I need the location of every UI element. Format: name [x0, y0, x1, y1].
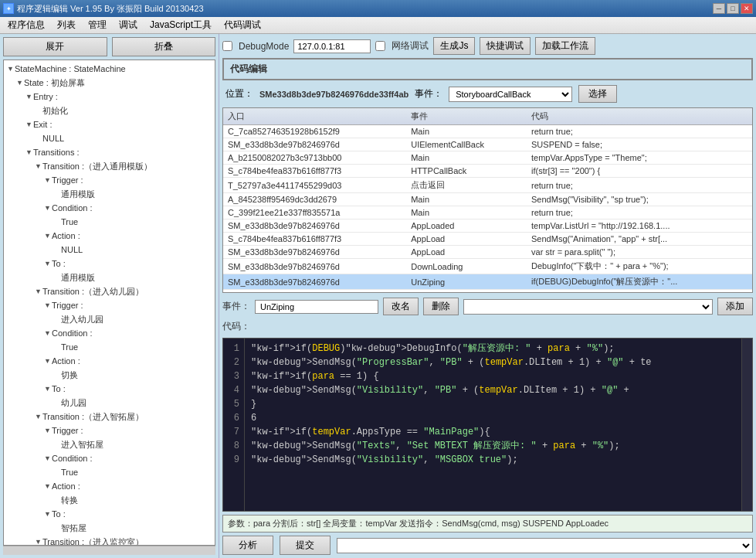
tree-node[interactable]: ▼Action :: [5, 229, 213, 243]
collapse-button[interactable]: 折叠: [112, 37, 216, 56]
code-scrollbar[interactable]: [741, 339, 752, 511]
table-row[interactable]: A_b2150082027b3c9713bb00MaintempVar.Apps…: [223, 151, 752, 165]
table-row[interactable]: T_52797a3e44117455299d03点击返回return true;: [223, 178, 752, 193]
line-number: 6: [228, 411, 239, 425]
table-row[interactable]: S_c784be4fea837b616ff877f3AppLoadSendMsg…: [223, 233, 752, 246]
menu-item-调试[interactable]: 调试: [113, 17, 144, 33]
menu-item-列表[interactable]: 列表: [51, 17, 82, 33]
tree-node[interactable]: ▼Transition :（进入通用模版）: [5, 159, 213, 173]
table-row[interactable]: SM_e33d8b3de97b8246976dDownLoadingDebugI…: [223, 259, 752, 274]
tree-node[interactable]: ▼Transition :（进入智拓屋）: [5, 410, 213, 424]
tree-node[interactable]: ▼Trigger :: [5, 424, 213, 437]
load-workflow-button[interactable]: 加载工作流: [535, 37, 595, 55]
analyze-button[interactable]: 分析: [222, 536, 273, 555]
tree-node[interactable]: 通用模版: [5, 270, 213, 284]
left-bottom-scrollbar[interactable]: [3, 546, 215, 555]
menu-item-管理[interactable]: 管理: [82, 17, 113, 33]
delete-button[interactable]: 删除: [423, 298, 459, 315]
add-button[interactable]: 添加: [717, 298, 753, 315]
tree-node[interactable]: ▼Entry :: [5, 90, 213, 104]
tree-node[interactable]: 进入幼儿园: [5, 312, 213, 326]
tree-node[interactable]: ▼Condition :: [5, 451, 213, 465]
tree-node[interactable]: ▼Condition :: [5, 201, 213, 215]
table-row[interactable]: SM_e33d8b3de97b8246976dAppLoadvar str = …: [223, 246, 752, 259]
tree-node[interactable]: 转换: [5, 493, 213, 507]
table-row[interactable]: SM_e33d8b3de97b8246976dUIElementCallBack…: [223, 138, 752, 151]
tree-node-label: 通用模版: [61, 187, 95, 201]
expand-button[interactable]: 展开: [3, 37, 107, 56]
select-button[interactable]: 选择: [578, 85, 617, 103]
tree-node[interactable]: ▼Transitions :: [5, 145, 213, 159]
tree-node[interactable]: 通用模版: [5, 187, 213, 201]
tree-node[interactable]: ▼State : 初始屏幕: [5, 76, 213, 90]
tree-node[interactable]: ▼Trigger :: [5, 173, 213, 187]
table-row[interactable]: SM_e33d8b3de97b8246976dAppLoadedtempVar.…: [223, 219, 752, 233]
table-cell-code: return true;: [527, 206, 752, 219]
code-content[interactable]: "kw-if">if(DEBUG)"kw-debug">DebugInfo("解…: [245, 339, 741, 511]
ip-input[interactable]: [293, 39, 371, 53]
tree-node[interactable]: ▼To :: [5, 257, 213, 270]
close-button[interactable]: ✕: [741, 3, 753, 14]
table-row[interactable]: SM_e33d8b3de97b8246976dUnZipingif(DEBUG)…: [223, 274, 752, 290]
tree-node[interactable]: 进入智拓屋: [5, 437, 213, 451]
menu-item-JavaScript工具[interactable]: JavaScript工具: [144, 17, 218, 33]
event-edit-label: 事件：: [222, 300, 250, 313]
event-edit-input[interactable]: [255, 300, 378, 314]
tree-node[interactable]: ▼Transition :（进入幼儿园）: [5, 284, 213, 298]
table-row[interactable]: S_c784be4fea837b616ff877f3HTTPCallBackif…: [223, 165, 752, 178]
table-row[interactable]: C_399f21ee21e337ff835571aMainreturn true…: [223, 206, 752, 219]
debug-mode-checkbox[interactable]: [222, 41, 232, 51]
table-row[interactable]: S_5703e6906eeeb888c66bf90左一屏tempVar.Main…: [223, 290, 752, 294]
event-type-dropdown[interactable]: [463, 299, 713, 315]
title-bar-controls[interactable]: ─ □ ✕: [713, 3, 753, 14]
quick-test-button[interactable]: 快捷调试: [480, 37, 531, 55]
top-toolbar: DebugMode 网络调试 生成Js 快捷调试 加载工作流: [222, 37, 753, 55]
tree-buttons: 展开 折叠: [3, 37, 215, 56]
tree-node[interactable]: True: [5, 465, 213, 479]
tree-node[interactable]: True: [5, 215, 213, 229]
code-line: "kw-debug">SendMsg("Visibility", "MSGBOX…: [251, 453, 735, 467]
table-cell-entry: SM_e33d8b3de97b8246976d: [223, 219, 406, 233]
tree-node[interactable]: ▼StateMachine : StateMachine: [5, 62, 213, 76]
code-editor[interactable]: 123456789 "kw-if">if(DEBUG)"kw-debug">De…: [222, 338, 753, 512]
submit-button[interactable]: 提交: [280, 536, 331, 555]
tree-node[interactable]: ▼To :: [5, 382, 213, 396]
line-numbers: 123456789: [223, 339, 245, 511]
tree-node[interactable]: 幼儿园: [5, 396, 213, 410]
tree-node[interactable]: True: [5, 340, 213, 354]
minimize-button[interactable]: ─: [713, 3, 725, 14]
tree-node[interactable]: ▼Trigger :: [5, 298, 213, 312]
tree-node[interactable]: 智拓屋: [5, 521, 213, 535]
table-cell-entry: A_b2150082027b3c9713bb00: [223, 151, 406, 165]
code-table-container[interactable]: 入口事件代码 C_7ca852746351928b6152f9Mainretur…: [222, 107, 753, 293]
tree-node[interactable]: ▼Transition :（进入监控室）: [5, 535, 213, 546]
tree-node[interactable]: NULL: [5, 243, 213, 257]
bottom-dropdown[interactable]: [337, 538, 753, 553]
table-cell-code: return true;: [527, 178, 752, 193]
menu-item-代码调试[interactable]: 代码调试: [218, 17, 267, 33]
tree-node[interactable]: ▼Action :: [5, 354, 213, 368]
tree-node[interactable]: ▼Exit :: [5, 117, 213, 131]
event-dropdown-top[interactable]: StoryboardCallBackMainAppLoadedAppLoadDo…: [449, 87, 572, 102]
line-number: 2: [228, 356, 239, 369]
tree-arrow-icon: ▼: [35, 535, 42, 546]
menu-item-程序信息[interactable]: 程序信息: [2, 17, 51, 33]
tree-node[interactable]: ▼Condition :: [5, 326, 213, 340]
tree-arrow-icon: ▼: [44, 201, 52, 215]
tree-node[interactable]: ▼Action :: [5, 479, 213, 493]
tree-node[interactable]: NULL: [5, 131, 213, 145]
maximize-button[interactable]: □: [727, 3, 739, 14]
tree-node[interactable]: 切换: [5, 368, 213, 382]
network-test-checkbox[interactable]: [375, 41, 385, 51]
table-cell-entry: SM_e33d8b3de97b8246976d: [223, 259, 406, 274]
tree-container[interactable]: ▼StateMachine : StateMachine▼State : 初始屏…: [3, 60, 215, 546]
tree-arrow-icon: ▼: [44, 298, 52, 312]
tree-node[interactable]: 初始化: [5, 104, 213, 117]
table-row[interactable]: C_7ca852746351928b6152f9Mainreturn true;: [223, 125, 752, 138]
table-cell-entry: SM_e33d8b3de97b8246976d: [223, 274, 406, 290]
table-row[interactable]: A_845238ff95469dc3dd2679MainSendMsg("Vis…: [223, 193, 752, 206]
table-cell-code: tempVar.MainPoint = tempVar.Mai...: [527, 290, 752, 294]
rename-button[interactable]: 改名: [383, 298, 419, 315]
tree-node[interactable]: ▼To :: [5, 507, 213, 521]
generate-js-button[interactable]: 生成Js: [433, 37, 475, 55]
